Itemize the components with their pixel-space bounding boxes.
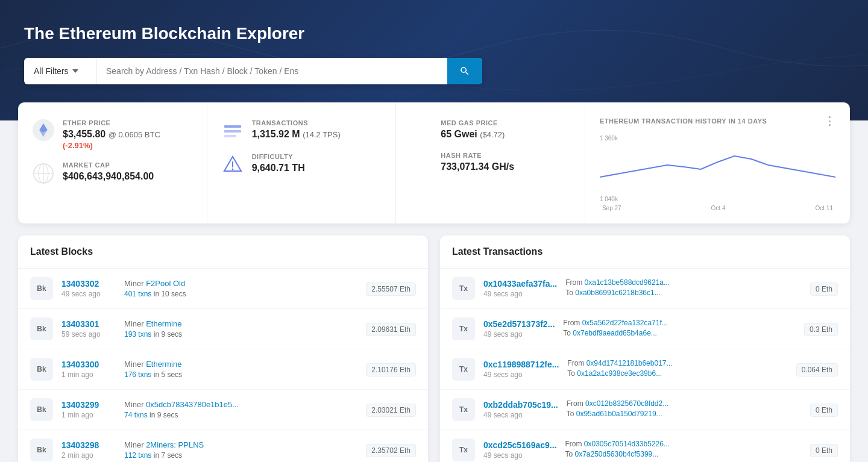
difficulty-value: 9,640.71 TH (252, 163, 305, 173)
block-txns: 193 txns in 9 secs (124, 330, 357, 339)
tx-from[interactable]: 0xa1c13be588dcd9621a... (585, 278, 670, 287)
tx-from-to: From 0xc012b8325670c8fdd2... To 0x95ad61… (567, 399, 802, 420)
tx-hash[interactable]: 0x5e2d571373f2... (483, 319, 555, 329)
tx-badge: Tx (452, 398, 475, 421)
tx-right: 0.3 Eth (804, 323, 838, 334)
block-badge: Bk (30, 398, 53, 421)
tx-value: 0 Eth (810, 404, 838, 417)
block-miner[interactable]: Ethermine (146, 360, 181, 369)
stats-panel: ETHER PRICE $3,455.80 @ 0.0605 BTC (-2.9… (18, 102, 850, 223)
tx-value: 0 Eth (810, 283, 838, 296)
tx-right: 0 Eth (810, 445, 838, 455)
txns-link[interactable]: 193 txns (124, 330, 151, 339)
block-txns: 176 txns in 5 secs (124, 370, 357, 379)
tx-right: 0 Eth (810, 404, 838, 415)
chart-y-top: 1 360k (600, 135, 618, 142)
block-reward: 2.03021 Eth (366, 404, 416, 417)
tx-from[interactable]: 0xc012b8325670c8fdd2... (585, 399, 668, 408)
block-miner[interactable]: 0x5dcb78343780e1b1e5... (146, 400, 239, 409)
tx-to-row: To 0x95ad61b0a150d79219... (567, 410, 802, 418)
site-title: The Ethereum Blockchain Explorer (24, 24, 844, 43)
table-row: Bk 13403301 59 secs ago Miner Ethermine … (18, 309, 428, 349)
block-time: in 10 secs (154, 290, 186, 298)
block-number[interactable]: 13403298 (61, 440, 116, 450)
table-row: Tx 0x10433aefa37fa... 49 secs ago From 0… (440, 269, 850, 309)
gas-hashrate-cell: MED GAS PRICE 65 Gwei ($4.72) HASH RATE … (396, 102, 585, 223)
ether-price-value: $3,455.80 @ 0.0605 BTC (-2.91%) (63, 129, 192, 151)
difficulty-icon (222, 154, 244, 176)
block-time: in 9 secs (149, 411, 178, 419)
block-left: 13403299 1 min ago (61, 400, 116, 419)
tx-to[interactable]: 0x7a250d5630b4cf5399... (574, 450, 658, 458)
block-txns: 112 txns in 7 secs (124, 451, 357, 460)
block-left: 13403300 1 min ago (61, 360, 116, 379)
tx-right: 0.064 Eth (796, 364, 838, 375)
block-reward: 2.35702 Eth (366, 444, 416, 457)
block-left: 13403302 49 secs ago (61, 279, 116, 298)
tx-to[interactable]: 0xa0b86991c6218b36c1... (575, 289, 660, 297)
tx-right: 0 Eth (810, 283, 838, 294)
txns-link[interactable]: 74 txns (124, 411, 148, 419)
hash-rate-value: 733,071.34 GH/s (441, 161, 514, 172)
gas-icon (410, 119, 432, 141)
block-reward: 2.55507 Eth (366, 283, 416, 296)
ether-price-row: ETHER PRICE $3,455.80 @ 0.0605 BTC (-2.9… (33, 119, 192, 151)
tx-to[interactable]: 0x95ad61b0a150d79219... (576, 410, 662, 418)
chart-x-label-3: Oct 11 (816, 205, 833, 211)
block-number[interactable]: 13403299 (61, 400, 116, 410)
block-miner[interactable]: Ethermine (146, 319, 181, 328)
search-input[interactable] (96, 58, 447, 84)
txns-link[interactable]: 401 txns (124, 290, 151, 298)
block-left: 13403298 2 min ago (61, 440, 116, 460)
search-button[interactable] (447, 58, 482, 84)
block-number[interactable]: 13403301 (61, 319, 116, 329)
block-miner-label: Miner 2Miners: PPLNS (124, 440, 357, 449)
tx-to[interactable]: 0x7ebdf9aeadd65b4a6e... (573, 329, 656, 337)
block-time: in 7 secs (154, 451, 182, 460)
svg-rect-10 (224, 135, 236, 137)
table-row: Bk 13403298 2 min ago Miner 2Miners: PPL… (18, 430, 428, 462)
difficulty-label: DIFFICULTY (252, 153, 305, 160)
table-row: Tx 0xcd25c5169ac9... 49 secs ago From 0x… (440, 430, 850, 462)
gas-price-row: MED GAS PRICE 65 Gwei ($4.72) (410, 119, 570, 141)
tx-from-to: From 0xa1c13be588dcd9621a... To 0xa0b869… (565, 278, 802, 299)
block-miner[interactable]: 2Miners: PPLNS (146, 440, 204, 449)
tx-from-row: From 0xa1c13be588dcd9621a... (565, 278, 802, 287)
filter-dropdown[interactable]: All Filters (24, 58, 96, 84)
block-txns: 401 txns in 10 secs (124, 290, 357, 298)
txns-panel-header: Latest Transactions (440, 236, 850, 269)
table-row: Bk 13403300 1 min ago Miner Ethermine 17… (18, 349, 428, 390)
tx-from[interactable]: 0x0305c70514d33b5226... (584, 440, 670, 448)
tx-to[interactable]: 0x1a2a1c938ce3ec39b6... (577, 369, 662, 378)
tx-hash[interactable]: 0xcd25c5169ac9... (483, 440, 556, 450)
globe-icon (33, 163, 54, 184)
tx-from[interactable]: 0x5a562d22fea132ca71f... (582, 319, 668, 327)
block-badge: Bk (30, 277, 53, 300)
block-time: in 9 secs (154, 330, 182, 339)
tx-badge: Tx (452, 277, 475, 300)
block-number[interactable]: 13403302 (61, 279, 116, 289)
block-reward: 2.09631 Eth (366, 323, 416, 336)
txns-link[interactable]: 112 txns (124, 451, 151, 460)
chart-more-button[interactable]: ⋮ (824, 114, 835, 128)
eth-icon (33, 119, 54, 141)
tx-hash[interactable]: 0xb2ddab705c19... (483, 400, 558, 410)
tx-hash[interactable]: 0xc1198988712fe... (483, 360, 559, 369)
transactions-label: TRANSACTIONS (252, 119, 341, 126)
ether-price-label: ETHER PRICE (63, 119, 192, 126)
main-content: Latest Blocks Bk 13403302 49 secs ago Mi… (0, 236, 868, 462)
tx-to-row: To 0xa0b86991c6218b36c1... (565, 289, 802, 297)
tx-from[interactable]: 0x94d17412181b6eb017... (587, 359, 673, 367)
txns-link[interactable]: 176 txns (124, 370, 151, 379)
block-badge: Bk (30, 317, 53, 340)
tx-from-to: From 0x94d17412181b6eb017... To 0x1a2a1c… (567, 359, 787, 379)
block-miner[interactable]: F2Pool Old (146, 279, 185, 288)
tx-hash[interactable]: 0x10433aefa37fa... (483, 279, 557, 289)
tx-from-row: From 0x0305c70514d33b5226... (565, 440, 802, 448)
blocks-list: Bk 13403302 49 secs ago Miner F2Pool Old… (18, 269, 428, 462)
table-row: Bk 13403302 49 secs ago Miner F2Pool Old… (18, 269, 428, 309)
market-cap-value: $406,643,940,854.00 (63, 171, 154, 182)
chart-x-label-1: Sep 27 (602, 205, 621, 211)
tx-icon (222, 120, 244, 142)
block-number[interactable]: 13403300 (61, 360, 116, 369)
